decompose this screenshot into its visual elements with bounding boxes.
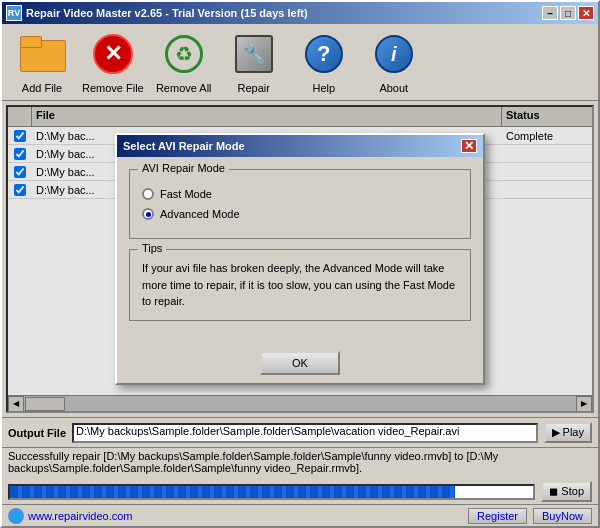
output-section: Output File D:\My backups\Sample.folder\… [2,417,598,447]
about-label: About [379,82,408,94]
globe-icon: 🌐 [8,508,24,524]
help-button[interactable]: ? Help [294,30,354,94]
modal-title-bar: Select AVI Repair Mode ✕ [117,135,483,157]
website-text: www.repairvideo.com [28,510,133,522]
output-path-field[interactable]: D:\My backups\Sample.folder\Sample.folde… [72,423,537,443]
modal-close-button[interactable]: ✕ [461,139,477,153]
tips-text: If your avi file has broken deeply, the … [142,260,458,310]
avi-repair-mode-legend: AVI Repair Mode [138,162,229,174]
website-link[interactable]: 🌐 www.repairvideo.com [8,508,133,524]
status-bar: Successfully repair [D:\My backups\Sampl… [2,447,598,479]
avi-repair-mode-dialog: Select AVI Repair Mode ✕ AVI Repair Mode… [115,133,485,385]
bottom-bar: 🌐 www.repairvideo.com Register BuyNow [2,504,598,526]
about-button[interactable]: i About [364,30,424,94]
help-label: Help [312,82,335,94]
modal-title: Select AVI Repair Mode [123,140,245,152]
remove-all-label: Remove All [156,82,212,94]
modal-footer: OK [117,343,483,383]
output-label: Output File [8,427,66,439]
about-icon: i [370,30,418,78]
title-bar-buttons: – □ ✕ [542,6,594,20]
minimize-button[interactable]: – [542,6,558,20]
tips-group: Tips If your avi file has broken deeply,… [129,249,471,321]
modal-body: AVI Repair Mode Fast Mode Advanced Mode … [117,157,483,343]
app-icon: RV [6,5,22,21]
maximize-button[interactable]: □ [560,6,576,20]
status-text: Successfully repair [D:\My backups\Sampl… [8,450,498,474]
register-button[interactable]: Register [468,508,527,524]
tips-legend: Tips [138,242,166,254]
play-button[interactable]: ▶ Play [544,422,592,443]
add-file-button[interactable]: Add File [12,30,72,94]
remove-file-label: Remove File [82,82,144,94]
progress-fill [10,486,455,498]
modal-overlay: Select AVI Repair Mode ✕ AVI Repair Mode… [8,107,592,411]
remove-all-button[interactable]: ♻ Remove All [154,30,214,94]
progress-section: ◼ Stop [2,479,598,504]
fast-mode-radio[interactable] [142,188,154,200]
close-button[interactable]: ✕ [578,6,594,20]
stop-button[interactable]: ◼ Stop [541,481,592,502]
toolbar: Add File ✕ Remove File ♻ Remove All 🔧 Re… [2,24,598,101]
recycle-icon: ♻ [160,30,208,78]
output-path-text: D:\My backups\Sample.folder\Sample.folde… [76,425,459,437]
remove-file-button[interactable]: ✕ Remove File [82,30,144,94]
title-bar: RV Repair Video Master v2.65 - Trial Ver… [2,2,598,24]
repair-button[interactable]: 🔧 Repair [224,30,284,94]
advanced-mode-label: Advanced Mode [160,208,240,220]
progress-bar [8,484,535,500]
folder-icon [18,30,66,78]
add-file-label: Add File [22,82,62,94]
ok-button[interactable]: OK [260,351,340,375]
advanced-mode-radio[interactable] [142,208,154,220]
bottom-right-buttons: Register BuyNow [468,508,592,524]
repair-icon: 🔧 [230,30,278,78]
advanced-mode-option[interactable]: Advanced Mode [142,208,458,220]
fast-mode-label: Fast Mode [160,188,212,200]
remove-icon: ✕ [89,30,137,78]
window-title: Repair Video Master v2.65 - Trial Versio… [26,7,308,19]
main-content-area: File Status D:\My bac... Complete D:\My … [6,105,594,413]
repair-label: Repair [238,82,270,94]
main-window: RV Repair Video Master v2.65 - Trial Ver… [0,0,600,528]
fast-mode-option[interactable]: Fast Mode [142,188,458,200]
avi-repair-mode-group: AVI Repair Mode Fast Mode Advanced Mode [129,169,471,239]
help-icon: ? [300,30,348,78]
buynow-button[interactable]: BuyNow [533,508,592,524]
